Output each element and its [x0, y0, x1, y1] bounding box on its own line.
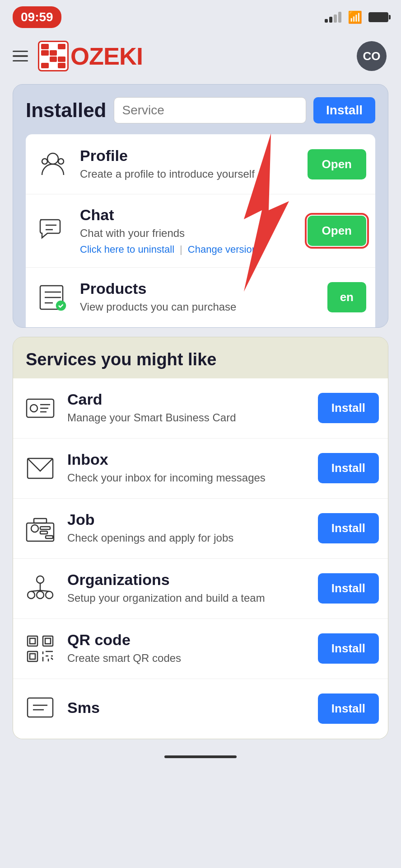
svg-point-2 — [58, 159, 64, 164]
qrcode-icon — [22, 631, 58, 667]
logo: OZEKI — [38, 41, 143, 71]
chat-links: Click here to uninstall | Change version — [80, 244, 298, 255]
chat-info: Chat Chat with your friends Click here t… — [80, 206, 298, 255]
signal-icon — [325, 12, 341, 23]
main-install-button[interactable]: Install — [313, 97, 375, 123]
svg-point-24 — [37, 591, 44, 599]
home-indicator — [164, 755, 237, 758]
sms-name: Sms — [67, 699, 309, 717]
profile-name: Profile — [80, 147, 298, 165]
service-item-profile: Profile Create a profile to introduce yo… — [26, 134, 375, 194]
qrcode-install-button[interactable]: Install — [318, 633, 379, 664]
products-info: Products View products you can purchase — [80, 280, 318, 315]
installed-header: Installed Install — [26, 97, 375, 123]
job-info: Job Check openings and apply for jobs — [67, 511, 309, 546]
chat-change-version-link[interactable]: Change version — [188, 244, 257, 255]
status-icons: 📶 — [325, 10, 388, 24]
suggestion-item-card: Card Manage your Smart Business Card Ins… — [13, 378, 388, 439]
svg-rect-29 — [30, 638, 35, 644]
organizations-install-button[interactable]: Install — [318, 573, 379, 604]
inbox-info: Inbox Check your inbox for incoming mess… — [67, 451, 309, 486]
products-open-button[interactable]: en — [327, 282, 366, 312]
job-icon — [22, 510, 58, 547]
profile-info: Profile Create a profile to introduce yo… — [80, 147, 298, 182]
suggestion-item-qrcode: QR code Create smart QR codes Install — [13, 619, 388, 679]
svg-rect-28 — [28, 636, 37, 646]
svg-rect-16 — [34, 519, 47, 523]
chat-name: Chat — [80, 206, 298, 224]
card-name: Card — [67, 391, 309, 408]
service-item-products: Products View products you can purchase … — [26, 268, 375, 327]
svg-rect-31 — [45, 638, 51, 644]
service-list: Profile Create a profile to introduce yo… — [26, 134, 375, 327]
logo-text: OZEKI — [70, 42, 143, 70]
chat-open-button[interactable]: Open — [308, 216, 366, 246]
battery-icon — [368, 12, 388, 22]
sms-install-button[interactable]: Install — [318, 693, 379, 724]
svg-rect-41 — [28, 698, 53, 717]
suggestion-item-job: Job Check openings and apply for jobs In… — [13, 499, 388, 559]
svg-point-21 — [37, 576, 44, 583]
hamburger-menu[interactable] — [13, 51, 28, 62]
suggestions-list: Card Manage your Smart Business Card Ins… — [13, 378, 388, 739]
organizations-info: Organizations Setup your organization an… — [67, 571, 309, 606]
job-install-button[interactable]: Install — [318, 513, 379, 543]
suggestion-item-sms: Sms Install — [13, 679, 388, 739]
job-desc: Check openings and apply for jobs — [67, 530, 309, 546]
sms-info: Sms — [67, 699, 309, 718]
qrcode-name: QR code — [67, 631, 309, 649]
logo-icon — [38, 41, 69, 71]
svg-rect-30 — [43, 636, 53, 646]
products-desc: View products you can purchase — [80, 299, 318, 315]
service-search-input[interactable] — [114, 97, 307, 123]
svg-point-17 — [31, 525, 38, 532]
organizations-name: Organizations — [67, 571, 309, 589]
job-name: Job — [67, 511, 309, 528]
svg-point-7 — [56, 301, 65, 310]
card-desc: Manage your Smart Business Card — [67, 410, 309, 425]
inbox-desc: Check your inbox for incoming messages — [67, 470, 309, 486]
chat-uninstall-link[interactable]: Click here to uninstall — [80, 244, 174, 255]
inbox-icon — [22, 450, 58, 486]
header-left: OZEKI — [13, 41, 143, 71]
organizations-desc: Setup your organization and build a team — [67, 590, 309, 606]
svg-rect-20 — [46, 536, 53, 538]
suggestion-item-inbox: Inbox Check your inbox for incoming mess… — [13, 439, 388, 499]
inbox-install-button[interactable]: Install — [318, 453, 379, 483]
chat-desc: Chat with your friends — [80, 226, 298, 241]
svg-line-40 — [51, 658, 53, 660]
avatar[interactable]: CO — [357, 41, 387, 71]
header: OZEKI CO — [0, 33, 401, 80]
service-item-chat: Chat Chat with your friends Click here t… — [26, 194, 375, 268]
installed-title: Installed — [26, 99, 107, 122]
card-icon — [22, 390, 58, 426]
organizations-icon — [22, 571, 58, 607]
svg-point-22 — [28, 591, 35, 599]
suggestions-card: Services you might like Card Manage your… — [13, 337, 388, 739]
profile-open-button[interactable]: Open — [308, 149, 366, 179]
svg-rect-18 — [40, 527, 50, 529]
inbox-name: Inbox — [67, 451, 309, 468]
bottom-bar — [0, 748, 401, 765]
svg-point-0 — [47, 153, 58, 164]
chat-icon — [35, 212, 71, 249]
products-name: Products — [80, 280, 318, 297]
svg-rect-19 — [40, 531, 47, 534]
installed-card: Installed Install Profile Create a profi… — [13, 84, 388, 328]
suggestions-title: Services you might like — [13, 337, 388, 378]
card-install-button[interactable]: Install — [318, 393, 379, 423]
card-info: Card Manage your Smart Business Card — [67, 391, 309, 425]
svg-point-23 — [46, 591, 53, 599]
profile-desc: Create a profile to introduce yourself — [80, 166, 298, 182]
products-icon — [35, 279, 71, 316]
chat-link-sep: | — [180, 244, 182, 255]
profile-icon — [35, 146, 71, 182]
wifi-icon: 📶 — [348, 10, 362, 24]
svg-rect-32 — [28, 651, 37, 661]
qrcode-desc: Create smart QR codes — [67, 651, 309, 666]
qrcode-info: QR code Create smart QR codes — [67, 631, 309, 666]
svg-rect-14 — [28, 458, 53, 478]
sms-icon — [22, 691, 58, 727]
svg-point-10 — [30, 405, 37, 412]
suggestion-item-organizations: Organizations Setup your organization an… — [13, 559, 388, 619]
